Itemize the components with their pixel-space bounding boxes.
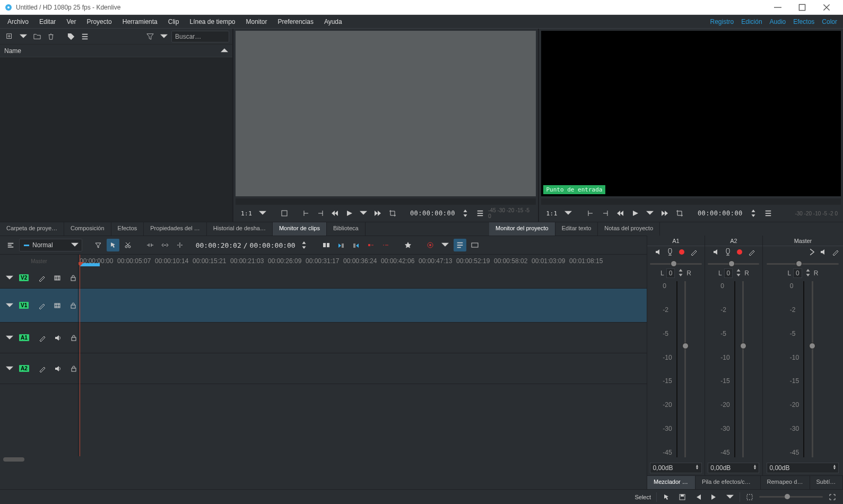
- track-lane-a2[interactable]: [79, 353, 647, 384]
- proj-play-button[interactable]: [629, 207, 641, 220]
- mixer-channel-name[interactable]: A2: [705, 236, 762, 246]
- clip-play-button[interactable]: [343, 207, 355, 220]
- zoom-slider[interactable]: [759, 496, 823, 498]
- window-close-button[interactable]: [814, 0, 839, 15]
- options-button[interactable]: [79, 30, 91, 43]
- clip-rewind-button[interactable]: [328, 207, 341, 220]
- clip-monitor-ruler[interactable]: [236, 198, 536, 205]
- balance-slider-a1[interactable]: [650, 259, 701, 268]
- bin-search-input[interactable]: Buscar…: [171, 31, 229, 42]
- duration-spin[interactable]: [298, 239, 310, 251]
- mix-audio-button[interactable]: [320, 239, 333, 251]
- add-clip-dropdown[interactable]: [17, 30, 30, 43]
- zoom-full-button[interactable]: [826, 491, 839, 503]
- timeline-duration[interactable]: 00:00:00:00: [250, 241, 296, 249]
- tab-notas[interactable]: Notas del proyecto: [598, 222, 660, 236]
- bin-empty-area[interactable]: [0, 57, 232, 222]
- track-lock-v1[interactable]: [67, 299, 80, 312]
- add-clip-button[interactable]: [3, 30, 16, 43]
- menu-preferencias[interactable]: Preferencias: [273, 16, 319, 28]
- track-mute-a1[interactable]: [51, 332, 64, 344]
- timeline-body[interactable]: 00:00:00:00 00:00:05:07 00:00:10:14 00:0…: [79, 255, 647, 456]
- track-effects-a1[interactable]: [36, 332, 48, 344]
- layout-registro[interactable]: Registro: [707, 16, 738, 28]
- proj-rewind-button[interactable]: [614, 207, 627, 220]
- tab-pila-efectos[interactable]: Pila de efectos/composi…: [696, 476, 760, 489]
- record-dropdown[interactable]: [439, 239, 451, 251]
- tab-subtitulos[interactable]: Subtítulos: [810, 476, 844, 489]
- db-value-a1[interactable]: 0,00dB▲▼: [650, 463, 701, 473]
- proj-play-dropdown[interactable]: [644, 207, 656, 220]
- overwrite-button[interactable]: [364, 239, 377, 251]
- timeline-position[interactable]: 00:00:20:02: [196, 241, 241, 249]
- clip-menu-button[interactable]: [474, 207, 486, 220]
- balance-value-master[interactable]: 0: [793, 268, 802, 278]
- menu-editar[interactable]: Editar: [34, 16, 61, 28]
- timeline-ruler[interactable]: 00:00:00:00 00:00:05:07 00:00:10:14 00:0…: [79, 255, 647, 267]
- status-cursor-button[interactable]: [660, 491, 673, 503]
- bin-column-header[interactable]: Name: [0, 45, 232, 57]
- track-expand-v1[interactable]: [3, 299, 16, 312]
- proxy-button[interactable]: [468, 239, 481, 251]
- track-compositing-button[interactable]: [4, 239, 17, 251]
- tool-slip[interactable]: [159, 239, 171, 251]
- favorite-button[interactable]: [402, 239, 414, 251]
- clip-zone-in-button[interactable]: [278, 207, 290, 220]
- status-skip-start-button[interactable]: [692, 491, 705, 503]
- balance-spin[interactable]: [804, 269, 812, 278]
- timeline-scrollbar[interactable]: [1, 456, 646, 463]
- db-value-a2[interactable]: 0,00dB▲▼: [708, 463, 759, 473]
- mixer-master-name[interactable]: Master: [763, 236, 843, 246]
- tab-mezclador[interactable]: Mezclador de a…: [647, 476, 696, 489]
- balance-slider-master[interactable]: [767, 259, 839, 268]
- insert-button[interactable]: [379, 239, 392, 251]
- proj-set-in-button[interactable]: [584, 207, 597, 220]
- balance-slider-a2[interactable]: [708, 259, 759, 268]
- record-icon[interactable]: [678, 248, 685, 257]
- proj-menu-button[interactable]: [762, 207, 775, 220]
- menu-monitor[interactable]: Monitor: [241, 16, 273, 28]
- track-lock-v2[interactable]: [67, 272, 80, 284]
- menu-archivo[interactable]: Archivo: [2, 16, 34, 28]
- zone-in-button[interactable]: [335, 239, 347, 251]
- layout-audio[interactable]: Audio: [766, 16, 790, 28]
- create-folder-button[interactable]: [31, 30, 44, 43]
- balance-value-a1[interactable]: 0: [666, 268, 675, 278]
- solo-icon[interactable]: [666, 248, 674, 257]
- filter-button[interactable]: [144, 30, 157, 43]
- menu-clip[interactable]: Clip: [163, 16, 185, 28]
- tab-propiedades[interactable]: Propiedades del …: [144, 222, 207, 236]
- fx-icon[interactable]: [748, 248, 755, 257]
- proj-set-out-button[interactable]: [599, 207, 612, 220]
- tab-remapeo[interactable]: Remapeo de tie…: [761, 476, 810, 489]
- status-save-button[interactable]: [676, 491, 689, 503]
- track-lane-v1[interactable]: [79, 289, 647, 323]
- balance-spin[interactable]: [677, 269, 684, 278]
- volume-fader-master[interactable]: [809, 281, 816, 457]
- proj-timecode[interactable]: 00:00:00:00: [696, 210, 745, 217]
- mute-icon[interactable]: [820, 248, 827, 257]
- edit-mode-combo[interactable]: Normal: [19, 239, 82, 251]
- track-effects-v1[interactable]: [35, 299, 48, 312]
- track-header-a2[interactable]: A2: [0, 353, 78, 384]
- status-skip-end-button[interactable]: [708, 491, 720, 503]
- layout-efectos[interactable]: Efectos: [789, 16, 818, 28]
- track-header-v2[interactable]: V2: [0, 267, 78, 289]
- zone-out-button[interactable]: [350, 239, 362, 251]
- track-effects-a2[interactable]: [36, 362, 48, 375]
- tag-button[interactable]: [65, 30, 77, 43]
- fx-icon[interactable]: [690, 248, 697, 257]
- zoom-fit-button[interactable]: [743, 491, 756, 503]
- track-expand-a1[interactable]: [3, 332, 16, 344]
- proj-crop-button[interactable]: [673, 207, 686, 220]
- tab-monitor-proyecto[interactable]: Monitor del proyecto: [489, 222, 555, 236]
- proj-forward-button[interactable]: [658, 207, 671, 220]
- collapse-icon[interactable]: [808, 248, 815, 257]
- solo-icon[interactable]: [724, 248, 732, 257]
- timeline-zone-marker[interactable]: [80, 263, 100, 266]
- project-monitor-view[interactable]: Punto de entrada: [541, 31, 841, 196]
- track-mute-v1[interactable]: [51, 299, 64, 312]
- proj-tc-spin[interactable]: [747, 207, 760, 220]
- timeline-preview-button[interactable]: [454, 239, 466, 251]
- fx-icon[interactable]: [831, 248, 839, 257]
